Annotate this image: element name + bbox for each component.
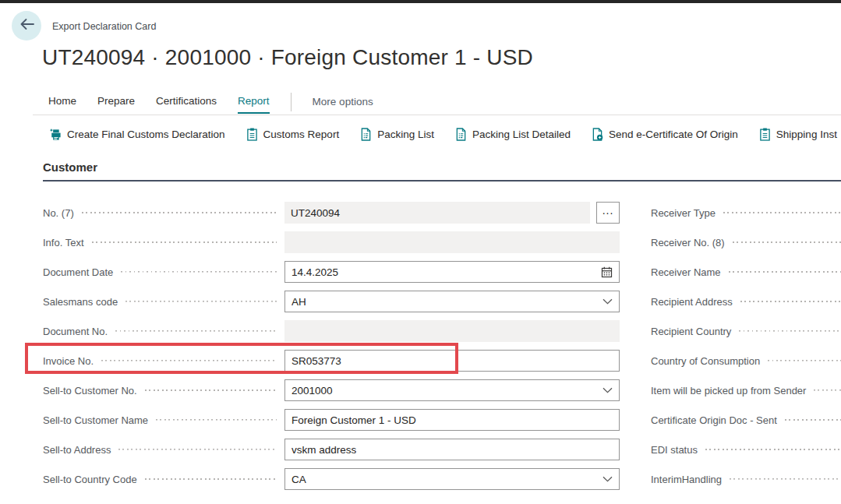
field-value: CA: [292, 474, 306, 485]
report-actions-toolbar: Create Final Customs DeclarationCustoms …: [48, 122, 841, 146]
dotted-leader: [730, 478, 841, 480]
page-title: UT240094 · 2001000 · Foreign Customer 1 …: [42, 45, 533, 70]
field-label: Recipient Country: [651, 326, 731, 337]
dotted-leader: [729, 271, 841, 273]
dotted-leader: [768, 360, 841, 361]
tabs-divider-line: [33, 115, 841, 115]
field-control-wrap: vskm address: [284, 439, 620, 460]
field-control-wrap: [284, 231, 620, 253]
field-label: Receiver Name: [651, 266, 721, 278]
field-label: No. (7): [43, 207, 74, 219]
field-row-certificate-origin-doc-sent: Certificate Origin Doc - Sent: [651, 405, 841, 435]
input-field-salesmans-code[interactable]: AH: [284, 291, 620, 312]
input-field-document-date[interactable]: 14.4.2025: [284, 261, 620, 283]
field-row-receiver-name: Receiver Name: [651, 257, 841, 287]
field-label: Item will be picked up from Sender: [651, 385, 806, 397]
field-control-wrap: CA: [284, 468, 620, 490]
dotted-leader: [785, 419, 841, 421]
chevron-down-icon[interactable]: [602, 476, 613, 482]
assist-edit-button[interactable]: ...: [596, 202, 620, 224]
field-row-sell-to-country-code: Sell-to Country CodeCA: [43, 464, 620, 494]
field-label: Document Date: [43, 266, 113, 278]
form-left-column: No. (7)UT240094...Info. TextDocument Dat…: [43, 198, 620, 494]
field-row-recipient-address: Recipient Address: [651, 287, 841, 316]
disabled-field-document-no: [284, 320, 620, 342]
field-row-document-no: Document No.: [43, 316, 620, 346]
dotted-leader: [118, 449, 277, 450]
field-value: SR053773: [292, 355, 341, 367]
tab-more-divider: [291, 93, 292, 111]
field-label: Document No.: [43, 326, 108, 337]
field-row-sell-to-address: Sell-to Addressvskm address: [43, 435, 620, 464]
field-value: UT240094: [291, 207, 340, 219]
send-certificate-icon: [592, 128, 603, 141]
tab-report[interactable]: Report: [238, 90, 270, 114]
tab-certifications[interactable]: Certifications: [156, 90, 217, 114]
back-button[interactable]: [12, 11, 41, 41]
packing-list-icon: [360, 128, 372, 141]
field-label: Recipient Address: [651, 296, 733, 308]
dotted-leader: [121, 271, 277, 273]
dotted-leader: [145, 478, 277, 480]
field-control-wrap: UT240094...: [284, 202, 620, 224]
form-right-column: Receiver TypeReceiver No. (8)Receiver Na…: [651, 198, 841, 494]
field-value: 14.4.2025: [292, 266, 338, 278]
field-label: Certificate Origin Doc - Sent: [651, 414, 777, 426]
field-row-invoice-no: Invoice No.SR053773: [43, 346, 620, 375]
arrow-left-icon: [19, 18, 35, 33]
field-value: AH: [292, 296, 306, 308]
dotted-leader: [92, 241, 277, 243]
dotted-leader: [733, 241, 841, 243]
field-label: Sell-to Customer No.: [43, 385, 137, 397]
field-row-sell-to-customer-no: Sell-to Customer No.2001000: [43, 375, 620, 405]
tab-home[interactable]: Home: [48, 90, 76, 114]
more-options-button[interactable]: More options: [313, 90, 373, 114]
dotted-leader: [101, 360, 277, 361]
field-row-info-text: Info. Text: [43, 227, 620, 257]
input-field-sell-to-customer-no[interactable]: 2001000: [284, 379, 620, 401]
field-label: Receiver No. (8): [651, 237, 725, 248]
toolbar-button-label: Send e-Certificate Of Origin: [609, 129, 738, 140]
toolbar-button-customs-report[interactable]: Customs Report: [246, 128, 340, 141]
dotted-leader: [739, 330, 841, 332]
field-value: Foreign Customer 1 - USD: [292, 414, 416, 426]
toolbar-button-send-e-certificate-of-origin[interactable]: Send e-Certificate Of Origin: [592, 128, 738, 141]
customer-form: No. (7)UT240094...Info. TextDocument Dat…: [0, 198, 841, 504]
field-label: Sell-to Country Code: [43, 474, 137, 485]
input-field-sell-to-customer-name[interactable]: Foreign Customer 1 - USD: [284, 409, 620, 431]
input-field-sell-to-address[interactable]: vskm address: [284, 439, 620, 460]
field-value: vskm address: [292, 444, 356, 456]
dotted-leader: [156, 419, 277, 421]
calendar-icon[interactable]: [601, 266, 613, 278]
dotted-leader: [723, 212, 841, 213]
dotted-leader: [740, 301, 841, 302]
field-control-wrap: AH: [284, 291, 620, 312]
field-row-no-7: No. (7)UT240094...: [43, 198, 620, 227]
toolbar-button-packing-list-detailed[interactable]: Packing List Detailed: [455, 128, 571, 141]
field-row-edi-status: EDI status: [651, 435, 841, 464]
field-row-country-of-consumption: Country of Consumption: [651, 346, 841, 375]
field-label: Info. Text: [43, 237, 84, 248]
field-control-wrap: 14.4.2025: [284, 261, 620, 283]
field-row-interimhandling: InterimHandling: [651, 464, 841, 494]
customer-section-title: Customer: [43, 160, 97, 174]
field-label: Sell-to Address: [43, 444, 111, 456]
chevron-down-icon[interactable]: [602, 298, 613, 305]
page-caption: Export Declaration Card: [52, 21, 156, 32]
toolbar-button-label: Packing List Detailed: [472, 129, 571, 140]
field-row-item-will-be-picked-up-from-sender: Item will be picked up from Sender: [651, 375, 841, 405]
input-field-invoice-no[interactable]: SR053773: [284, 350, 620, 372]
toolbar-button-label: Shipping Inst: [776, 129, 837, 140]
chevron-down-icon[interactable]: [602, 387, 613, 393]
toolbar-button-packing-list[interactable]: Packing List: [360, 128, 434, 141]
customer-section-rule: [43, 180, 841, 182]
dotted-leader: [115, 330, 277, 332]
field-row-receiver-no-8: Receiver No. (8): [651, 227, 841, 257]
field-label: Country of Consumption: [651, 355, 760, 367]
toolbar-button-create-final-customs-declaration[interactable]: Create Final Customs Declaration: [48, 128, 225, 141]
window-top-bar: [0, 0, 841, 3]
input-field-sell-to-country-code[interactable]: CA: [284, 468, 620, 490]
toolbar-button-shipping-inst[interactable]: Shipping Inst: [759, 128, 837, 141]
field-label: Invoice No.: [43, 355, 94, 367]
tab-prepare[interactable]: Prepare: [97, 90, 135, 114]
